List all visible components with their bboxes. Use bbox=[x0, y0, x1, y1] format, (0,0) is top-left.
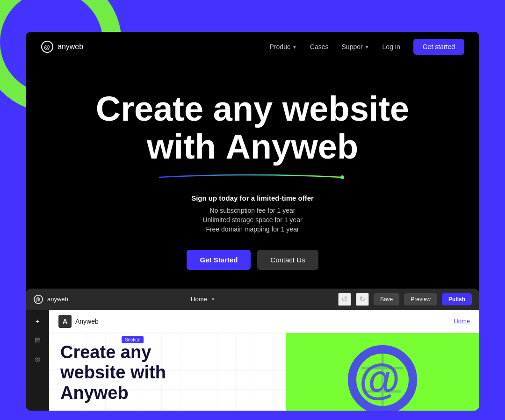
svg-text:@: @ bbox=[36, 297, 40, 302]
svg-text:@: @ bbox=[359, 356, 400, 403]
hero-title: Create any website with Anyweb bbox=[44, 90, 461, 166]
nav-get-started-button[interactable]: Get started bbox=[413, 39, 464, 55]
editor-inner-logo-text: Anyweb bbox=[75, 318, 99, 325]
editor-inner-nav: A Anyweb Home bbox=[49, 310, 479, 333]
save-button[interactable]: Save bbox=[374, 293, 399, 305]
redo-button[interactable]: ↻ bbox=[356, 293, 369, 306]
title-underline bbox=[44, 172, 461, 181]
palette-icon[interactable]: ◎ bbox=[32, 353, 43, 364]
undo-button[interactable]: ↺ bbox=[338, 293, 351, 306]
hero-features-list: No subscription fee for 1 year Unlimited… bbox=[44, 207, 461, 233]
editor-logo-icon: @ bbox=[33, 294, 43, 304]
main-container: @ anyweb Produc ▼ Cases Suppor ▼ Log in … bbox=[26, 32, 479, 411]
hero-subtitle: Sign up today for a limited-time offer bbox=[44, 194, 461, 202]
layers-icon[interactable]: ▤ bbox=[32, 334, 43, 346]
navbar-navigation: Produc ▼ Cases Suppor ▼ Log in Get start… bbox=[270, 39, 464, 55]
editor-hero-right: @ bbox=[286, 333, 479, 411]
feature-item: Unlimited storage space for 1 year bbox=[44, 216, 461, 224]
editor-inner-logo-box: A bbox=[58, 315, 72, 328]
editor-content: A Anyweb Home Section Create any website… bbox=[49, 310, 479, 411]
nav-support[interactable]: Suppor ▼ bbox=[342, 43, 369, 51]
nav-login[interactable]: Log in bbox=[382, 43, 400, 51]
nav-cases[interactable]: Cases bbox=[310, 43, 329, 51]
underline-svg bbox=[154, 172, 351, 181]
editor-preview: @ anyweb Home ▼ ↺ ↻ Save Preview Pulish … bbox=[26, 289, 479, 411]
get-started-button[interactable]: Get Started bbox=[187, 250, 251, 270]
nav-products[interactable]: Produc ▼ bbox=[270, 43, 297, 51]
section-label: Section bbox=[122, 336, 144, 343]
hero-buttons: Get Started Contact Us bbox=[44, 250, 461, 270]
editor-toolbar: @ anyweb Home ▼ ↺ ↻ Save Preview Pulish bbox=[26, 289, 479, 310]
publish-button[interactable]: Pulish bbox=[442, 293, 472, 305]
feature-item: Free domain mapping for 1 year bbox=[44, 225, 461, 233]
editor-inner-logo: A Anyweb bbox=[58, 315, 99, 328]
preview-button[interactable]: Preview bbox=[404, 293, 437, 305]
logo-icon: @ bbox=[41, 40, 54, 53]
svg-point-3 bbox=[340, 175, 344, 179]
page-chevron-icon: ▼ bbox=[211, 297, 216, 302]
navbar-logo-text: anyweb bbox=[58, 43, 83, 51]
editor-logo: @ anyweb bbox=[33, 294, 68, 304]
editor-canvas: + ▤ ◎ A Anyweb Home Section bbox=[26, 310, 479, 411]
svg-text:@: @ bbox=[44, 43, 50, 51]
editor-page-selector[interactable]: Home ▼ bbox=[191, 296, 216, 303]
editor-home-link[interactable]: Home bbox=[454, 318, 470, 325]
editor-hero-heading: Create any website with Anyweb bbox=[60, 342, 276, 404]
editor-hero-area: Create any website with Anyweb @ bbox=[49, 333, 479, 411]
chevron-down-icon: ▼ bbox=[292, 44, 297, 50]
anyweb-big-logo: @ bbox=[345, 342, 420, 411]
navbar-logo[interactable]: @ anyweb bbox=[41, 40, 83, 53]
editor-hero-text: Create any website with Anyweb bbox=[49, 333, 286, 411]
anyweb-brand: Anyweb bbox=[225, 128, 358, 166]
hero-section: Create any website with Anyweb Sign up t… bbox=[26, 62, 479, 289]
add-icon[interactable]: + bbox=[32, 316, 43, 327]
editor-actions: ↺ ↻ Save Preview Pulish bbox=[338, 293, 472, 306]
navbar: @ anyweb Produc ▼ Cases Suppor ▼ Log in … bbox=[26, 32, 479, 62]
editor-sidebar: + ▤ ◎ bbox=[26, 310, 49, 411]
hero-title-line2: with Anyweb bbox=[44, 128, 461, 166]
editor-page-name: Home bbox=[191, 296, 207, 303]
chevron-down-icon-2: ▼ bbox=[365, 44, 369, 50]
editor-logo-text: anyweb bbox=[47, 296, 68, 303]
contact-us-button[interactable]: Contact Us bbox=[257, 250, 318, 270]
feature-item: No subscription fee for 1 year bbox=[44, 207, 461, 214]
